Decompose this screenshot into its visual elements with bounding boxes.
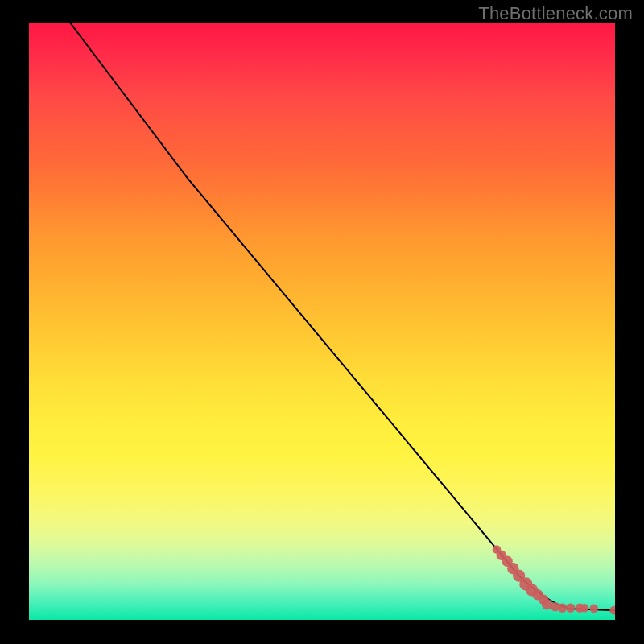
data-point xyxy=(590,605,599,613)
attribution-label: TheBottleneck.com xyxy=(478,3,633,24)
chart-container: TheBottleneck.com xyxy=(0,0,644,644)
data-point xyxy=(609,606,615,615)
data-point xyxy=(566,603,576,613)
curve-line xyxy=(70,23,615,610)
data-points xyxy=(493,545,615,614)
plot-area xyxy=(29,23,615,620)
plot-svg xyxy=(29,23,615,620)
data-point xyxy=(558,603,568,613)
data-point xyxy=(580,604,589,613)
